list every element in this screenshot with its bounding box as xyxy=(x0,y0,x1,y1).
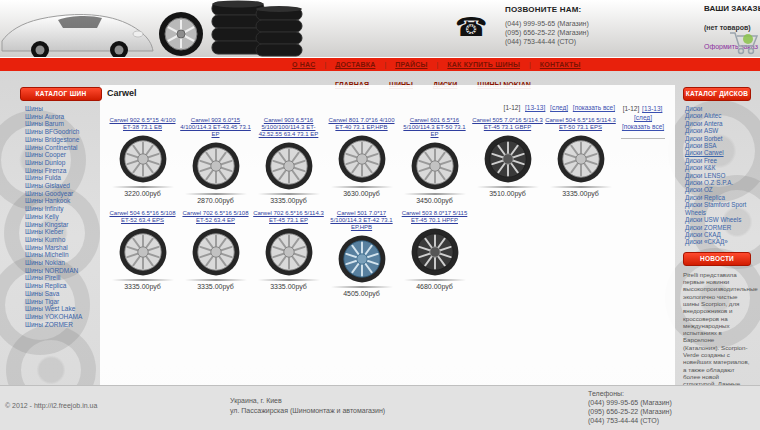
pagination-next-link[interactable]: [след] xyxy=(634,113,652,122)
pagination-page2-link[interactable]: [13-13] xyxy=(525,104,545,111)
disk-catalog-link[interactable]: Диски Replica xyxy=(685,194,751,201)
product-price: 3450.00руб xyxy=(399,197,470,204)
tire-catalog-link[interactable]: Шины Cooper xyxy=(25,151,102,159)
wheel-shadow xyxy=(258,193,320,195)
main-nav-link[interactable]: КОНТАКТЫ xyxy=(540,61,581,68)
product-wheel-image[interactable] xyxy=(180,140,251,195)
tire-catalog-link[interactable]: Шины Michelin xyxy=(25,251,102,259)
product-name-link[interactable]: Carwel 903 6.0*15 4/100/114.3 ET-43.45 7… xyxy=(180,117,251,138)
product-name-link[interactable]: Carwel 903 6.5*16 5/100/100/114.3 ET-42.… xyxy=(253,117,324,138)
tire-catalog-link[interactable]: Шины Goodyear xyxy=(25,190,102,198)
product-wheel-image[interactable] xyxy=(399,226,470,281)
pagination-showall-link[interactable]: [показать все] xyxy=(573,104,615,111)
pagination-page2-link[interactable]: [13-13] xyxy=(642,104,662,113)
wheel-shadow xyxy=(331,286,393,288)
main-nav-link[interactable]: ДОСТАВКА xyxy=(335,61,375,68)
footer: © 2012 - http://i2.freejob.in.ua Украина… xyxy=(0,385,760,430)
tire-catalog-link[interactable]: Шины YOKOHAMA xyxy=(25,313,102,321)
product-name-link[interactable]: Carwel 702 6.5*16 5/108 ET-52 63.4 EP xyxy=(180,210,251,224)
disk-catalog-link[interactable]: Диски Carwel xyxy=(685,149,751,156)
product-name-link[interactable]: Carwel 505 7.0*16 5/114.3 ET-45 73.1 GBF… xyxy=(472,117,543,131)
tire-catalog-link[interactable]: Шины Kelly xyxy=(25,213,102,221)
main-nav-item: КАК КУПИТЬ ШИНЫ xyxy=(428,61,520,68)
phone-number: (095) 656-25-22 (Магазин) xyxy=(588,407,672,416)
call-us-label: ПОЗВОНИТЕ НАМ: xyxy=(505,5,589,14)
product-wheel-image[interactable] xyxy=(180,226,251,281)
product-wheel-image[interactable] xyxy=(326,233,397,288)
tire-catalog-link[interactable]: Шины Nokian xyxy=(25,259,102,267)
product-wheel-image[interactable] xyxy=(326,133,397,188)
tire-catalog-link[interactable]: Шины Kumho xyxy=(25,236,102,244)
disk-catalog-link[interactable]: Диски Antera xyxy=(685,120,751,127)
tire-catalog-link[interactable]: Шины Replica xyxy=(25,282,102,290)
product-price: 3335.00руб xyxy=(253,283,324,290)
product-name-link[interactable]: Carwel 902 6.5*15 4/100 ET-38 73.1 EB xyxy=(107,117,178,131)
pagination-next-link[interactable]: [след] xyxy=(550,104,568,111)
tire-catalog-link[interactable]: Шины Marshal xyxy=(25,244,102,252)
tire-catalog-link[interactable]: Шины Aurora xyxy=(25,113,102,121)
disk-catalog-link[interactable]: Диски «СКАД» xyxy=(685,238,751,245)
telephone-icon: ☎ xyxy=(455,14,487,40)
product-wheel-image[interactable] xyxy=(107,133,178,188)
disk-catalog-link[interactable]: Диски OZ xyxy=(685,186,751,193)
disk-catalog-link[interactable]: Диски Free xyxy=(685,157,751,164)
tire-catalog-link[interactable]: Шины Fulda xyxy=(25,174,102,182)
tire-catalog-link[interactable]: Шины Firenza xyxy=(25,167,102,175)
tire-catalog-link[interactable]: Шины Kingstar xyxy=(25,221,102,229)
tire-catalog-link[interactable]: Шины Dunlop xyxy=(25,159,102,167)
tire-catalog-link[interactable]: Шины Kleber xyxy=(25,228,102,236)
disk-catalog-link[interactable]: Диски LENSO xyxy=(685,172,751,179)
main-nav-link[interactable]: О НАС xyxy=(292,61,315,68)
disk-catalog-link[interactable]: Диски Borbet xyxy=(685,135,751,142)
disk-catalog-header: КАТАЛОГ ДИСКОВ xyxy=(683,87,751,101)
disk-catalog-link[interactable]: Диски ASW xyxy=(685,127,751,134)
pagination-showall-link[interactable]: [показать все] xyxy=(622,122,664,131)
product-name-link[interactable]: Carwel 801 7.0*16 4/100 ET-40 73.1 EP,HP… xyxy=(326,117,397,131)
product-name-link[interactable]: Carwel 504 6.5*16 5/114.3 ET-50 73.1 EPS xyxy=(545,117,616,131)
product-name-link[interactable]: Carwel 702 6.5*16 5/114.3 ET-45 73.1 EP xyxy=(253,210,324,224)
disk-catalog-link[interactable]: Диски Stamford Sport Wheels xyxy=(685,201,751,216)
disk-catalog-link[interactable]: Диски USW Wheels xyxy=(685,216,751,223)
product-wheel-image[interactable] xyxy=(472,133,543,188)
disk-catalog-link[interactable]: Диски BSA xyxy=(685,142,751,149)
main-nav-link[interactable]: КАК КУПИТЬ ШИНЫ xyxy=(447,61,520,68)
tire-catalog-link[interactable]: Шины Infinity xyxy=(25,205,102,213)
tire-catalog-link[interactable]: Шины xyxy=(25,105,102,113)
tire-catalog-link[interactable]: Шины Bridgestone xyxy=(25,136,102,144)
disk-catalog-link[interactable]: Диски ZORMER xyxy=(685,224,751,231)
product-name-link[interactable]: Carwel 601 6.5*16 5/100/114.3 ET-50 73.1… xyxy=(399,117,470,138)
disk-catalog-link[interactable]: Диски Alutec xyxy=(685,112,751,119)
tire-catalog-link[interactable]: Шины Continental xyxy=(25,144,102,152)
product-name-link[interactable]: Carwel 503 8.0*17 5/115 ET-45 70.1 HPFP xyxy=(399,210,470,224)
tire-catalog-link[interactable]: Шины Pirelli xyxy=(25,274,102,282)
product-wheel-image[interactable] xyxy=(545,133,616,188)
wheel-shadow xyxy=(331,186,393,188)
car-and-tires-image xyxy=(0,0,305,57)
product-name-link[interactable]: Carwel 504 6.5*16 5/108 ET-52 63.4 EPS xyxy=(107,210,178,224)
page-title: Carwel xyxy=(107,88,617,98)
product-wheel-image[interactable] xyxy=(399,140,470,195)
tire-catalog-link[interactable]: Шины Hankook xyxy=(25,197,102,205)
main-navbar: О НАСДОСТАВКАПРАЙСЫКАК КУПИТЬ ШИНЫКОНТАК… xyxy=(0,57,760,71)
tire-catalog-link[interactable]: Шины Sava xyxy=(25,290,102,298)
disk-catalog-link[interactable]: Диски O.Z S.P.A. xyxy=(685,179,751,186)
tire-catalog-link[interactable]: Шины ZORMER xyxy=(25,321,102,329)
tire-catalog-link[interactable]: Шины NORDMAN xyxy=(25,267,102,275)
product-name-link[interactable]: Carwel 501 7.0*17 5/100/114.3 ET-42 73.1… xyxy=(326,210,397,231)
tire-stack-icon xyxy=(212,1,302,57)
disk-catalog-link[interactable]: Диски СКАД xyxy=(685,231,751,238)
tire-catalog-link[interactable]: Шины Gislaved xyxy=(25,182,102,190)
product-wheel-image[interactable] xyxy=(107,226,178,281)
disk-catalog-link[interactable]: Диски К&К xyxy=(685,164,751,171)
tire-catalog-link[interactable]: Шины BFGoodrich xyxy=(25,128,102,136)
disk-catalog-link[interactable]: Диски xyxy=(685,105,751,112)
tire-catalog-link[interactable]: Шины West Lake xyxy=(25,305,102,313)
product-card: Carwel 801 7.0*16 4/100 ET-40 73.1 EP,HP… xyxy=(326,117,397,197)
product-wheel-image[interactable] xyxy=(253,140,324,195)
main-nav-link[interactable]: ПРАЙСЫ xyxy=(395,61,427,68)
tire-catalog-link[interactable]: Шины Tigar xyxy=(25,298,102,306)
product-wheel-image[interactable] xyxy=(253,226,324,281)
tire-catalog-sidebar: КАТАЛОГ ШИН ШиныШины AuroraШины BarumШин… xyxy=(20,87,102,328)
copyright: © 2012 - http://i2.freejob.in.ua xyxy=(5,402,97,409)
tire-catalog-link[interactable]: Шины Barum xyxy=(25,120,102,128)
